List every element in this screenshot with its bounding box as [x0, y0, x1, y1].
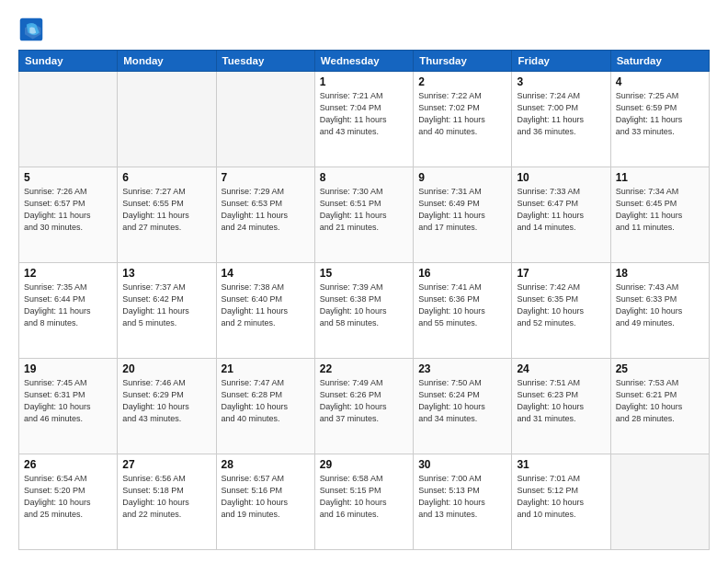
calendar-cell: 17Sunrise: 7:42 AM Sunset: 6:35 PM Dayli…: [512, 263, 610, 359]
day-number: 29: [320, 458, 408, 471]
weekday-header-saturday: Saturday: [610, 51, 709, 72]
calendar-week-row: 5Sunrise: 7:26 AM Sunset: 6:57 PM Daylig…: [19, 167, 710, 263]
day-number: 12: [24, 267, 112, 280]
calendar-cell: 19Sunrise: 7:45 AM Sunset: 6:31 PM Dayli…: [19, 359, 118, 454]
day-info: Sunrise: 7:30 AM Sunset: 6:51 PM Dayligh…: [320, 186, 408, 234]
day-info: Sunrise: 7:49 AM Sunset: 6:26 PM Dayligh…: [320, 377, 408, 425]
weekday-header-thursday: Thursday: [414, 51, 512, 72]
calendar-cell: 12Sunrise: 7:35 AM Sunset: 6:44 PM Dayli…: [19, 263, 118, 359]
day-number: 24: [517, 362, 605, 375]
calendar-cell: 8Sunrise: 7:30 AM Sunset: 6:51 PM Daylig…: [314, 167, 413, 263]
calendar-cell: 25Sunrise: 7:53 AM Sunset: 6:21 PM Dayli…: [610, 359, 709, 454]
day-info: Sunrise: 7:38 AM Sunset: 6:40 PM Dayligh…: [222, 282, 310, 329]
day-number: 10: [517, 171, 605, 184]
calendar-cell: 16Sunrise: 7:41 AM Sunset: 6:36 PM Dayli…: [414, 263, 512, 359]
calendar-cell: 18Sunrise: 7:43 AM Sunset: 6:33 PM Dayli…: [610, 263, 709, 359]
calendar-cell: 6Sunrise: 7:27 AM Sunset: 6:55 PM Daylig…: [118, 167, 216, 263]
calendar-cell: 29Sunrise: 6:58 AM Sunset: 5:15 PM Dayli…: [314, 454, 413, 550]
logo-icon: [18, 17, 44, 42]
day-number: 25: [616, 362, 704, 375]
day-info: Sunrise: 7:47 AM Sunset: 6:28 PM Dayligh…: [222, 377, 310, 425]
calendar-cell: 15Sunrise: 7:39 AM Sunset: 6:38 PM Dayli…: [314, 263, 413, 359]
day-info: Sunrise: 7:24 AM Sunset: 7:00 PM Dayligh…: [517, 90, 605, 138]
calendar-week-row: 26Sunrise: 6:54 AM Sunset: 5:20 PM Dayli…: [19, 454, 710, 550]
day-info: Sunrise: 7:26 AM Sunset: 6:57 PM Dayligh…: [24, 186, 112, 234]
calendar-table: SundayMondayTuesdayWednesdayThursdayFrid…: [18, 50, 710, 550]
day-info: Sunrise: 6:58 AM Sunset: 5:15 PM Dayligh…: [320, 473, 408, 521]
day-info: Sunrise: 7:41 AM Sunset: 6:36 PM Dayligh…: [418, 282, 506, 329]
day-info: Sunrise: 7:39 AM Sunset: 6:38 PM Dayligh…: [320, 282, 408, 329]
calendar-cell: [19, 72, 118, 167]
calendar-cell: 10Sunrise: 7:33 AM Sunset: 6:47 PM Dayli…: [512, 167, 610, 263]
day-info: Sunrise: 7:27 AM Sunset: 6:55 PM Dayligh…: [122, 186, 210, 234]
day-number: 1: [320, 75, 408, 88]
day-number: 20: [122, 362, 210, 375]
day-number: 27: [122, 458, 210, 471]
day-number: 9: [418, 171, 506, 184]
weekday-header-row: SundayMondayTuesdayWednesdayThursdayFrid…: [19, 51, 710, 72]
weekday-header-wednesday: Wednesday: [314, 51, 413, 72]
day-number: 6: [122, 171, 210, 184]
calendar-cell: [216, 72, 314, 167]
day-number: 18: [616, 267, 704, 280]
day-number: 17: [517, 267, 605, 280]
day-info: Sunrise: 6:54 AM Sunset: 5:20 PM Dayligh…: [24, 473, 112, 521]
calendar-week-row: 1Sunrise: 7:21 AM Sunset: 7:04 PM Daylig…: [19, 72, 710, 167]
calendar-cell: 23Sunrise: 7:50 AM Sunset: 6:24 PM Dayli…: [414, 359, 512, 454]
calendar-cell: 13Sunrise: 7:37 AM Sunset: 6:42 PM Dayli…: [118, 263, 216, 359]
day-number: 8: [320, 171, 408, 184]
day-info: Sunrise: 7:37 AM Sunset: 6:42 PM Dayligh…: [122, 282, 210, 329]
day-number: 11: [616, 171, 704, 184]
calendar-cell: 5Sunrise: 7:26 AM Sunset: 6:57 PM Daylig…: [19, 167, 118, 263]
calendar-cell: 14Sunrise: 7:38 AM Sunset: 6:40 PM Dayli…: [216, 263, 314, 359]
day-number: 16: [418, 267, 506, 280]
calendar-cell: 20Sunrise: 7:46 AM Sunset: 6:29 PM Dayli…: [118, 359, 216, 454]
day-number: 23: [418, 362, 506, 375]
day-number: 28: [222, 458, 310, 471]
calendar-cell: 7Sunrise: 7:29 AM Sunset: 6:53 PM Daylig…: [216, 167, 314, 263]
day-number: 2: [418, 75, 506, 88]
calendar-cell: [610, 454, 709, 550]
day-number: 15: [320, 267, 408, 280]
calendar-cell: 2Sunrise: 7:22 AM Sunset: 7:02 PM Daylig…: [414, 72, 512, 167]
weekday-header-monday: Monday: [118, 51, 216, 72]
day-number: 5: [24, 171, 112, 184]
day-number: 14: [222, 267, 310, 280]
day-number: 19: [24, 362, 112, 375]
calendar-cell: 27Sunrise: 6:56 AM Sunset: 5:18 PM Dayli…: [118, 454, 216, 550]
calendar-cell: 1Sunrise: 7:21 AM Sunset: 7:04 PM Daylig…: [314, 72, 413, 167]
day-info: Sunrise: 7:22 AM Sunset: 7:02 PM Dayligh…: [418, 90, 506, 138]
logo: [18, 17, 48, 42]
calendar-cell: 31Sunrise: 7:01 AM Sunset: 5:12 PM Dayli…: [512, 454, 610, 550]
header: [18, 17, 710, 42]
day-number: 7: [222, 171, 310, 184]
calendar-cell: 11Sunrise: 7:34 AM Sunset: 6:45 PM Dayli…: [610, 167, 709, 263]
day-info: Sunrise: 7:43 AM Sunset: 6:33 PM Dayligh…: [616, 282, 704, 329]
day-info: Sunrise: 7:25 AM Sunset: 6:59 PM Dayligh…: [616, 90, 704, 138]
day-info: Sunrise: 6:56 AM Sunset: 5:18 PM Dayligh…: [122, 473, 210, 521]
day-info: Sunrise: 7:29 AM Sunset: 6:53 PM Dayligh…: [222, 186, 310, 234]
calendar-week-row: 19Sunrise: 7:45 AM Sunset: 6:31 PM Dayli…: [19, 359, 710, 454]
day-info: Sunrise: 7:00 AM Sunset: 5:13 PM Dayligh…: [418, 473, 506, 521]
day-number: 3: [517, 75, 605, 88]
calendar-cell: 9Sunrise: 7:31 AM Sunset: 6:49 PM Daylig…: [414, 167, 512, 263]
calendar-cell: 3Sunrise: 7:24 AM Sunset: 7:00 PM Daylig…: [512, 72, 610, 167]
day-info: Sunrise: 6:57 AM Sunset: 5:16 PM Dayligh…: [222, 473, 310, 521]
calendar-cell: 30Sunrise: 7:00 AM Sunset: 5:13 PM Dayli…: [414, 454, 512, 550]
calendar-cell: 21Sunrise: 7:47 AM Sunset: 6:28 PM Dayli…: [216, 359, 314, 454]
day-info: Sunrise: 7:51 AM Sunset: 6:23 PM Dayligh…: [517, 377, 605, 425]
day-info: Sunrise: 7:31 AM Sunset: 6:49 PM Dayligh…: [418, 186, 506, 234]
day-info: Sunrise: 7:46 AM Sunset: 6:29 PM Dayligh…: [122, 377, 210, 425]
page: SundayMondayTuesdayWednesdayThursdayFrid…: [0, 0, 728, 563]
calendar-week-row: 12Sunrise: 7:35 AM Sunset: 6:44 PM Dayli…: [19, 263, 710, 359]
day-info: Sunrise: 7:33 AM Sunset: 6:47 PM Dayligh…: [517, 186, 605, 234]
day-info: Sunrise: 7:35 AM Sunset: 6:44 PM Dayligh…: [24, 282, 112, 329]
calendar-cell: 28Sunrise: 6:57 AM Sunset: 5:16 PM Dayli…: [216, 454, 314, 550]
day-info: Sunrise: 7:53 AM Sunset: 6:21 PM Dayligh…: [616, 377, 704, 425]
day-number: 30: [418, 458, 506, 471]
day-number: 31: [517, 458, 605, 471]
day-info: Sunrise: 7:50 AM Sunset: 6:24 PM Dayligh…: [418, 377, 506, 425]
day-number: 22: [320, 362, 408, 375]
day-info: Sunrise: 7:21 AM Sunset: 7:04 PM Dayligh…: [320, 90, 408, 138]
calendar-cell: 22Sunrise: 7:49 AM Sunset: 6:26 PM Dayli…: [314, 359, 413, 454]
